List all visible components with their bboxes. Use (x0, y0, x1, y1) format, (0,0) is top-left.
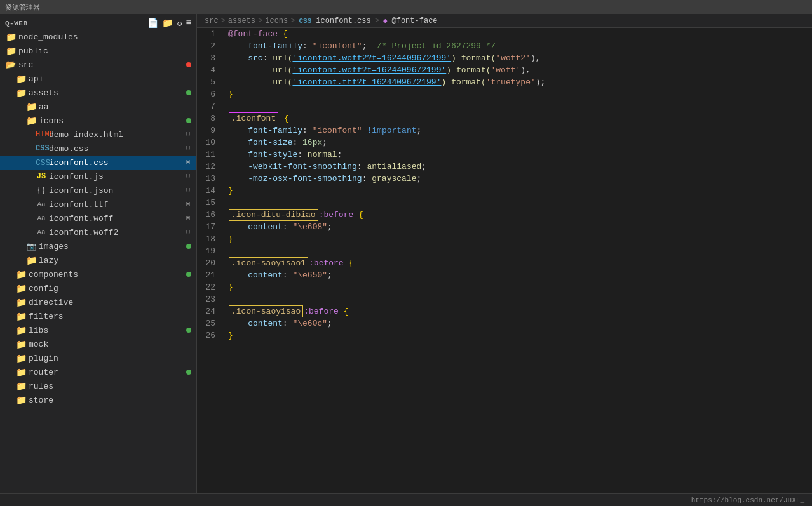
breadcrumb-filename: iconfont.css (316, 17, 370, 25)
line-content-13[interactable]: -moz-osx-font-smoothing: grayscale; (226, 173, 812, 185)
line-content-17[interactable]: content: "\e608"; (226, 221, 812, 233)
token: : (297, 150, 308, 159)
new-file-icon[interactable]: 📄 (147, 18, 158, 29)
sidebar-item-iconfont.woff2[interactable]: Aaiconfont.woff2U (0, 225, 196, 239)
sidebar-item-router[interactable]: 📁router (0, 365, 196, 379)
sidebar-label-demo.css: demo.css (49, 144, 184, 154)
line-content-9[interactable]: font-family: "iconfont" !important; (226, 124, 812, 136)
sidebar-label-node_modules: node_modules (18, 32, 196, 42)
line-number-6: 6 (197, 88, 226, 100)
sidebar-item-icons[interactable]: 📁icons (0, 114, 196, 128)
token: -webkit-font-smoothing (248, 162, 357, 171)
code-line-20: 20.icon-saoyisao1:before { (197, 257, 812, 269)
folder-icon: 📁 (15, 395, 27, 406)
folder-icon: 📁 (15, 88, 27, 98)
line-content-18[interactable]: } (226, 233, 812, 245)
sidebar-item-iconfont.js[interactable]: JSiconfont.jsU (0, 170, 196, 183)
token: ; (327, 270, 332, 280)
new-folder-icon[interactable]: 📁 (162, 18, 173, 29)
sidebar-item-images[interactable]: 📷images (0, 239, 196, 253)
sidebar-item-assets[interactable]: 📁assets (0, 86, 196, 100)
breadcrumb-icons[interactable]: icons (265, 17, 288, 25)
sidebar-item-libs[interactable]: 📁libs (0, 323, 196, 337)
breadcrumb-css-icon: CSS (299, 17, 311, 25)
line-content-11[interactable]: font-style: normal; (226, 149, 812, 161)
line-number-5: 5 (197, 76, 226, 88)
titlebar-text: 资源管理器 (5, 3, 40, 12)
line-content-20[interactable]: .icon-saoyisao1:before { (226, 257, 812, 269)
breadcrumb-fontface[interactable]: ◆ @font-face (382, 17, 439, 25)
folder-icon: 📁 (5, 32, 17, 43)
font-icon: Aa (36, 229, 47, 236)
line-content-3[interactable]: src: url('iconfont.woff2?t=1624409672199… (226, 52, 812, 64)
collapse-icon[interactable]: ≡ (186, 18, 191, 29)
line-content-26[interactable]: } (226, 330, 812, 342)
token: font-style (248, 150, 297, 159)
sidebar-item-iconfont.ttf[interactable]: Aaiconfont.ttfM (0, 197, 196, 211)
refresh-icon[interactable]: ↻ (177, 18, 182, 29)
line-content-21[interactable]: content: "\e650"; (226, 269, 812, 281)
sidebar-item-demo.css[interactable]: CSSdemo.cssU (0, 142, 196, 156)
line-content-25[interactable]: content: "\e60c"; (226, 317, 812, 330)
line-content-4[interactable]: url('iconfont.woff?t=1624409672199') for… (226, 64, 812, 76)
sidebar-item-src[interactable]: 📂src (0, 58, 196, 72)
line-content-16[interactable]: .icon-ditu-dibiao:before { (226, 209, 812, 221)
sidebar-item-node_modules[interactable]: 📁node_modules (0, 30, 196, 44)
line-content-10[interactable]: font-size: 16px; (226, 136, 812, 149)
sidebar-item-rules[interactable]: 📁rules (0, 379, 196, 393)
sidebar-item-directive[interactable]: 📁directive (0, 295, 196, 309)
sidebar-item-store[interactable]: 📁store (0, 393, 196, 407)
line-number-3: 3 (197, 52, 226, 64)
line-content-22[interactable]: } (226, 281, 812, 293)
token: 'iconfont.ttf?t=1624409672199' (292, 77, 441, 87)
sidebar-item-api[interactable]: 📁api (0, 72, 196, 86)
sidebar-item-config[interactable]: 📁config (0, 281, 196, 295)
line-content-24[interactable]: .icon-saoyisao:before { (226, 305, 812, 317)
breadcrumb-src[interactable]: src (205, 17, 219, 25)
line-content-8[interactable]: .iconfont { (226, 112, 812, 124)
sidebar-item-components[interactable]: 📁components (0, 267, 196, 281)
token: format( (451, 65, 491, 75)
token: ), (520, 65, 531, 75)
sidebar-item-iconfont.woff[interactable]: Aaiconfont.woffM (0, 211, 196, 225)
token: format( (456, 53, 496, 63)
token: 16px (302, 138, 322, 147)
token: ; (327, 319, 332, 328)
line-content-12[interactable]: -webkit-font-smoothing: antialiased; (226, 161, 812, 173)
sidebar-item-lazy[interactable]: 📁lazy (0, 253, 196, 267)
sidebar-item-demo_index.html[interactable]: HTMLdemo_index.htmlU (0, 128, 196, 142)
line-content-14[interactable]: } (226, 185, 812, 197)
folder-icon: 📁 (15, 353, 27, 364)
sidebar-label-assets: assets (29, 88, 186, 98)
line-content-1[interactable]: @font-face { (226, 28, 812, 40)
token: /* Project id 2627299 */ (377, 41, 496, 51)
sidebar-item-public[interactable]: 📁public (0, 44, 196, 58)
line-content-6[interactable]: } (226, 88, 812, 100)
line-content-5[interactable]: url('iconfont.ttf?t=1624409672199') form… (226, 76, 812, 88)
bottom-bar: https://blog.csdn.net/JHXL_ (0, 493, 812, 506)
line-number-25: 25 (197, 317, 226, 330)
line-number-4: 4 (197, 64, 226, 76)
sidebar-item-filters[interactable]: 📁filters (0, 309, 196, 323)
sidebar-item-iconfont.css[interactable]: CSSiconfont.cssM (0, 156, 196, 170)
token: : (263, 53, 273, 63)
breadcrumb-file[interactable]: CSS iconfont.css (297, 17, 372, 25)
token: 'iconfont.woff?t=1624409672199' (292, 65, 446, 75)
font-icon: Aa (36, 201, 47, 208)
editor: src > assets > icons > CSS iconfont.css … (197, 14, 812, 493)
dot-badge-assets (186, 90, 191, 95)
token: ; (327, 222, 332, 232)
sidebar-item-plugin[interactable]: 📁plugin (0, 351, 196, 365)
sidebar-item-aa[interactable]: 📁aa (0, 100, 196, 114)
sidebar-label-icons: icons (39, 116, 186, 126)
token: : (302, 126, 313, 135)
line-number-8: 8 (197, 112, 226, 124)
sidebar-item-iconfont.json[interactable]: {}iconfont.jsonU (0, 183, 196, 197)
code-line-26: 26} (197, 330, 812, 342)
token: content (248, 222, 283, 232)
breadcrumb-assets[interactable]: assets (228, 17, 255, 25)
sidebar-item-mock[interactable]: 📁mock (0, 337, 196, 351)
line-content-2[interactable]: font-family: "iconfont"; /* Project id 2… (226, 40, 812, 52)
line-number-7: 7 (197, 100, 226, 112)
js-icon: JS (36, 172, 47, 181)
